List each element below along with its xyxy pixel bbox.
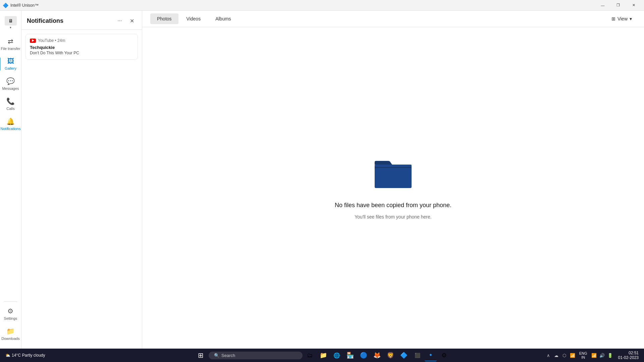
tab-photos[interactable]: Photos — [150, 13, 178, 24]
systray: ∧ ☁ ⬡ 📶 — [545, 352, 576, 359]
systray-network-status[interactable]: 📶 — [569, 352, 576, 359]
sidebar-item-label-calls: Calls — [6, 107, 14, 111]
battery-icon[interactable]: 🔋 — [607, 352, 613, 359]
weather-temp: 14°C — [12, 353, 21, 358]
calls-icon: 📞 — [6, 97, 15, 105]
view-label: View — [618, 16, 628, 21]
tabs: Photos Videos Albums — [150, 13, 238, 24]
taskbar-app-terminal[interactable]: ⬛ — [411, 349, 423, 361]
notifications-icon: 🔔 — [6, 117, 15, 125]
sidebar-item-messages[interactable]: 💬 Messages — [0, 74, 22, 93]
title-bar-controls: — ❐ ✕ — [595, 0, 641, 11]
notification-panel: Notifications ··· ✕ YouTube • 24m Techqu… — [21, 11, 142, 349]
svg-rect-1 — [375, 168, 412, 188]
grid-view-icon: ⊞ — [611, 16, 615, 21]
taskbar-app-brave[interactable]: 🦁 — [384, 349, 396, 361]
notification-header: Notifications ··· ✕ — [21, 11, 142, 30]
search-icon: 🔍 — [214, 353, 219, 358]
notification-source: YouTube • 24m — [30, 38, 133, 43]
active-indicator — [0, 57, 0, 71]
taskbar: ⛅ 14°C Partly cloudy ⊞ 🔍 Search 🗂 📁 🌐 🏪 … — [0, 349, 644, 362]
title-bar: 🔷 Intel® Unison™ — ❐ ✕ — [0, 0, 644, 11]
taskbar-app-folder[interactable]: 📁 — [317, 349, 329, 361]
weather-icon: ⛅ — [5, 353, 10, 358]
taskbar-app-settings[interactable]: ⚙ — [438, 349, 450, 361]
notification-card-body: Don't Do This With Your PC — [30, 51, 133, 55]
device-icon: 🖥 — [5, 16, 17, 25]
tab-videos[interactable]: Videos — [180, 13, 208, 24]
file-transfer-icon: ⇄ — [8, 37, 13, 45]
windows-logo-icon: ⊞ — [198, 351, 204, 359]
main-header: Photos Videos Albums ⊞ View ▾ — [142, 11, 644, 27]
sidebar-item-calls[interactable]: 📞 Calls — [0, 95, 22, 113]
view-dropdown-icon: ▾ — [630, 16, 632, 21]
clock-date: 01-02-2023 — [618, 355, 639, 360]
taskbar-app-store[interactable]: 🏪 — [344, 349, 356, 361]
sidebar-item-label-settings: Settings — [4, 316, 17, 320]
sidebar: 🖥 ▼ ⇄ File transfer 🖼 Gallery 💬 Messages — [0, 11, 21, 349]
taskbar-center: ⊞ 🔍 Search 🗂 📁 🌐 🏪 🔵 🦊 🦁 🔷 ⬛ 🔹 ⚙ — [194, 349, 450, 361]
taskbar-app-edge[interactable]: 🌐 — [331, 349, 343, 361]
downloads-icon: 📁 — [6, 327, 15, 335]
settings-icon: ⚙ — [7, 307, 13, 315]
sidebar-item-notifications[interactable]: 🔔 Notifications — [0, 115, 22, 133]
youtube-play-triangle — [32, 39, 34, 42]
messages-icon: 💬 — [6, 77, 15, 85]
taskbar-app-chrome[interactable]: 🔵 — [358, 349, 370, 361]
sidebar-divider — [4, 301, 17, 302]
empty-state-title: No files have been copied from your phon… — [335, 202, 451, 209]
speaker-icon[interactable]: 🔊 — [599, 352, 605, 359]
app-logo-icon: 🔷 — [3, 3, 8, 8]
sidebar-item-gallery[interactable]: 🖼 Gallery — [0, 55, 22, 73]
sidebar-item-label-downloads: Downloads — [1, 337, 19, 341]
start-button[interactable]: ⊞ — [194, 350, 207, 361]
notification-source-text: YouTube • 24m — [38, 38, 65, 43]
sidebar-item-label-notifications: Notifications — [1, 127, 21, 131]
systray-chevron[interactable]: ∧ — [545, 352, 552, 359]
tab-albums[interactable]: Albums — [209, 13, 238, 24]
language-indicator[interactable]: ENG IN — [578, 351, 589, 360]
clock-time: 02:51 — [618, 351, 639, 355]
device-screen-icon: 🖥 — [8, 18, 13, 23]
weather-desc: Partly cloudy — [22, 353, 45, 358]
title-bar-left: 🔷 Intel® Unison™ — [3, 3, 39, 8]
notification-more-button[interactable]: ··· — [115, 16, 124, 25]
app-container: 🖥 ▼ ⇄ File transfer 🖼 Gallery 💬 Messages — [0, 11, 644, 349]
app-title: Intel® Unison™ — [10, 3, 39, 8]
taskbar-app-unison[interactable]: 🔹 — [425, 349, 437, 361]
device-dropdown-icon: ▼ — [9, 26, 12, 29]
taskbar-app-file-explorer[interactable]: 🗂 — [304, 349, 316, 361]
gallery-icon: 🖼 — [7, 57, 14, 65]
notification-close-button[interactable]: ✕ — [127, 16, 137, 25]
systray-bluetooth[interactable]: ⬡ — [561, 352, 568, 359]
main-body: No files have been copied from your phon… — [142, 27, 644, 349]
notification-panel-title: Notifications — [27, 17, 63, 24]
main-content: Photos Videos Albums ⊞ View ▾ — [142, 11, 644, 349]
sidebar-nav: ⇄ File transfer 🖼 Gallery 💬 Messages 📞 C… — [0, 32, 22, 300]
sidebar-item-file-transfer[interactable]: ⇄ File transfer — [0, 35, 22, 53]
empty-folder-illustration — [373, 156, 413, 191]
sidebar-bottom: ⚙ Settings 📁 Downloads — [0, 300, 21, 346]
view-button[interactable]: ⊞ View ▾ — [607, 14, 636, 23]
folder-svg — [373, 156, 413, 190]
taskbar-search[interactable]: 🔍 Search — [209, 352, 303, 359]
notification-list: YouTube • 24m Techquickie Don't Do This … — [21, 30, 142, 64]
close-button[interactable]: ✕ — [626, 0, 641, 11]
taskbar-app-vscode[interactable]: 🔷 — [398, 349, 410, 361]
sidebar-item-downloads[interactable]: 📁 Downloads — [0, 324, 21, 343]
restore-button[interactable]: ❐ — [610, 0, 626, 11]
wifi-icon[interactable]: 📶 — [591, 352, 597, 359]
device-selector[interactable]: 🖥 ▼ — [0, 13, 21, 32]
notification-card-0[interactable]: YouTube • 24m Techquickie Don't Do This … — [25, 34, 138, 60]
sidebar-item-settings[interactable]: ⚙ Settings — [0, 304, 21, 323]
youtube-icon — [30, 39, 36, 43]
systray-cloud[interactable]: ☁ — [553, 352, 560, 359]
minimize-button[interactable]: — — [595, 0, 610, 11]
notification-card-title: Techquickie — [30, 45, 133, 50]
taskbar-app-firefox[interactable]: 🦊 — [371, 349, 383, 361]
system-clock[interactable]: 02:51 01-02-2023 — [615, 350, 641, 361]
notification-actions: ··· ✕ — [115, 16, 137, 25]
taskbar-weather[interactable]: ⛅ 14°C Partly cloudy — [3, 352, 48, 359]
taskbar-right: ∧ ☁ ⬡ 📶 ENG IN 📶 🔊 🔋 02:51 01-02-2023 — [545, 350, 641, 361]
sidebar-item-label-messages: Messages — [2, 86, 19, 90]
